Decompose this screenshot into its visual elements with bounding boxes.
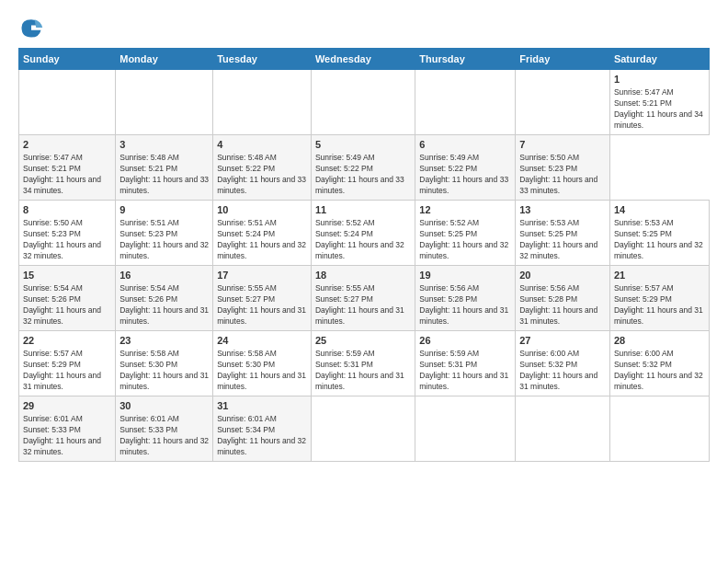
day-cell: 7Sunrise: 5:50 AMSunset: 5:23 PMDaylight… (516, 134, 610, 200)
daylight: Daylight: 11 hours and 32 minutes. (419, 240, 511, 262)
sunrise: Sunrise: 5:47 AM (23, 153, 111, 164)
sunset: Sunset: 5:32 PM (614, 360, 705, 371)
col-header-friday: Friday (516, 49, 610, 70)
day-number: 7 (519, 138, 606, 152)
empty-cell (516, 396, 610, 461)
sunrise: Sunrise: 5:54 AM (23, 283, 111, 294)
day-number: 14 (614, 203, 705, 217)
day-cell: 22Sunrise: 5:57 AMSunset: 5:29 PMDayligh… (19, 330, 116, 396)
day-cell: 18Sunrise: 5:55 AMSunset: 5:27 PMDayligh… (311, 265, 415, 330)
sunset: Sunset: 5:34 PM (217, 425, 307, 436)
day-cell: 8Sunrise: 5:50 AMSunset: 5:23 PMDaylight… (19, 200, 116, 265)
sunset: Sunset: 5:21 PM (119, 164, 209, 175)
daylight: Daylight: 11 hours and 32 minutes. (119, 436, 209, 458)
sunset: Sunset: 5:26 PM (23, 294, 111, 305)
col-header-tuesday: Tuesday (213, 49, 312, 70)
daylight: Daylight: 11 hours and 32 minutes. (519, 240, 606, 262)
sunset: Sunset: 5:24 PM (315, 229, 411, 240)
day-cell: 19Sunrise: 5:56 AMSunset: 5:28 PMDayligh… (415, 265, 516, 330)
sunrise: Sunrise: 5:56 AM (419, 283, 511, 294)
day-number: 19 (419, 269, 511, 282)
daylight: Daylight: 11 hours and 31 minutes. (614, 305, 705, 327)
col-header-saturday: Saturday (609, 49, 709, 70)
daylight: Daylight: 11 hours and 32 minutes. (217, 436, 307, 458)
sunset: Sunset: 5:33 PM (119, 425, 209, 436)
sunset: Sunset: 5:31 PM (315, 360, 411, 371)
day-number: 18 (315, 269, 411, 282)
day-cell: 27Sunrise: 6:00 AMSunset: 5:32 PMDayligh… (516, 330, 610, 396)
sunset: Sunset: 5:23 PM (519, 164, 606, 175)
daylight: Daylight: 11 hours and 31 minutes. (23, 371, 111, 393)
sunset: Sunset: 5:22 PM (419, 164, 511, 175)
sunrise: Sunrise: 5:54 AM (119, 283, 209, 294)
day-cell: 16Sunrise: 5:54 AMSunset: 5:26 PMDayligh… (116, 265, 213, 330)
header-row: SundayMondayTuesdayWednesdayThursdayFrid… (19, 49, 710, 70)
day-number: 10 (217, 203, 307, 217)
sunrise: Sunrise: 5:58 AM (217, 349, 307, 360)
day-cell: 4Sunrise: 5:48 AMSunset: 5:22 PMDaylight… (213, 134, 312, 200)
daylight: Daylight: 11 hours and 33 minutes. (519, 175, 606, 197)
day-cell: 25Sunrise: 5:59 AMSunset: 5:31 PMDayligh… (311, 330, 415, 396)
empty-cell (311, 396, 415, 461)
sunrise: Sunrise: 5:50 AM (519, 153, 606, 164)
day-cell: 26Sunrise: 5:59 AMSunset: 5:31 PMDayligh… (415, 330, 516, 396)
day-cell: 14Sunrise: 5:53 AMSunset: 5:25 PMDayligh… (609, 200, 709, 265)
day-number: 1 (614, 73, 705, 86)
day-number: 28 (614, 334, 705, 348)
day-cell: 12Sunrise: 5:52 AMSunset: 5:25 PMDayligh… (415, 200, 516, 265)
sunrise: Sunrise: 5:47 AM (614, 87, 705, 98)
sunset: Sunset: 5:33 PM (23, 425, 111, 436)
sunset: Sunset: 5:26 PM (119, 294, 209, 305)
sunset: Sunset: 5:31 PM (419, 360, 511, 371)
sunrise: Sunrise: 5:57 AM (614, 283, 705, 294)
header (18, 15, 710, 40)
sunrise: Sunrise: 5:49 AM (315, 153, 411, 164)
day-cell: 31Sunrise: 6:01 AMSunset: 5:34 PMDayligh… (213, 396, 312, 461)
sunrise: Sunrise: 6:00 AM (614, 349, 705, 360)
daylight: Daylight: 11 hours and 31 minutes. (419, 371, 511, 393)
day-number: 16 (119, 269, 209, 282)
empty-cell (213, 70, 312, 135)
sunset: Sunset: 5:27 PM (217, 294, 307, 305)
col-header-monday: Monday (116, 49, 213, 70)
day-number: 6 (419, 138, 511, 152)
week-row-4: 15Sunrise: 5:54 AMSunset: 5:26 PMDayligh… (19, 265, 710, 330)
daylight: Daylight: 11 hours and 32 minutes. (23, 436, 111, 458)
day-cell: 15Sunrise: 5:54 AMSunset: 5:26 PMDayligh… (19, 265, 116, 330)
sunset: Sunset: 5:27 PM (315, 294, 411, 305)
day-cell: 10Sunrise: 5:51 AMSunset: 5:24 PMDayligh… (213, 200, 312, 265)
daylight: Daylight: 11 hours and 31 minutes. (217, 305, 307, 327)
sunset: Sunset: 5:32 PM (519, 360, 606, 371)
sunrise: Sunrise: 5:48 AM (217, 153, 307, 164)
calendar-table: SundayMondayTuesdayWednesdayThursdayFrid… (18, 48, 710, 462)
empty-cell (116, 70, 213, 135)
sunrise: Sunrise: 5:53 AM (614, 218, 705, 229)
sunset: Sunset: 5:25 PM (419, 229, 511, 240)
empty-cell (311, 70, 415, 135)
sunset: Sunset: 5:25 PM (519, 229, 606, 240)
daylight: Daylight: 11 hours and 31 minutes. (419, 305, 511, 327)
day-number: 24 (217, 334, 307, 348)
sunrise: Sunrise: 5:48 AM (119, 153, 209, 164)
day-number: 31 (217, 399, 307, 413)
day-number: 3 (119, 138, 209, 152)
empty-cell (415, 70, 516, 135)
daylight: Daylight: 11 hours and 33 minutes. (315, 175, 411, 197)
week-row-6: 29Sunrise: 6:01 AMSunset: 5:33 PMDayligh… (19, 396, 710, 461)
day-cell: 5Sunrise: 5:49 AMSunset: 5:22 PMDaylight… (311, 134, 415, 200)
sunset: Sunset: 5:29 PM (614, 294, 705, 305)
daylight: Daylight: 11 hours and 31 minutes. (119, 305, 209, 327)
sunrise: Sunrise: 5:51 AM (119, 218, 209, 229)
daylight: Daylight: 11 hours and 32 minutes. (23, 240, 111, 262)
sunset: Sunset: 5:24 PM (217, 229, 307, 240)
day-cell: 23Sunrise: 5:58 AMSunset: 5:30 PMDayligh… (116, 330, 213, 396)
day-cell: 9Sunrise: 5:51 AMSunset: 5:23 PMDaylight… (116, 200, 213, 265)
day-number: 27 (519, 334, 606, 348)
week-row-5: 22Sunrise: 5:57 AMSunset: 5:29 PMDayligh… (19, 330, 710, 396)
logo (18, 15, 48, 40)
day-cell: 24Sunrise: 5:58 AMSunset: 5:30 PMDayligh… (213, 330, 312, 396)
empty-cell (415, 396, 516, 461)
daylight: Daylight: 11 hours and 32 minutes. (614, 240, 705, 262)
day-number: 25 (315, 334, 411, 348)
sunrise: Sunrise: 6:01 AM (23, 414, 111, 425)
